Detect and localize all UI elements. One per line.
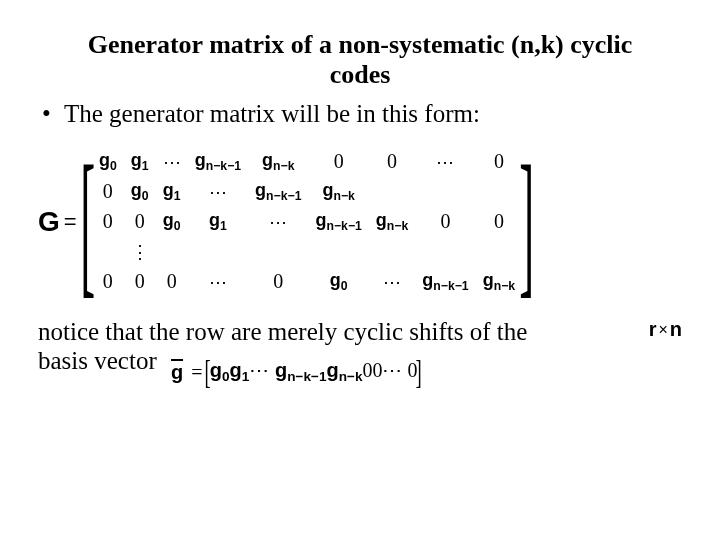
cell: g: [163, 210, 174, 230]
cell: 0: [92, 267, 124, 297]
basis-tail: 00⋯ 0: [362, 359, 417, 381]
sub: 1: [142, 159, 149, 173]
table-row: 0 0 0 ⋯ 0 g0 ⋯ gn−k−1 gn−k: [92, 267, 522, 297]
cell: g: [275, 359, 287, 381]
basis-left-bracket: [: [205, 352, 211, 391]
matrix-g-label: G =: [38, 206, 77, 238]
cell: g: [210, 359, 222, 381]
sub: 0: [174, 219, 181, 233]
r-letter: r: [649, 318, 657, 340]
sub: n−k−1: [326, 219, 361, 233]
cell: g: [255, 180, 266, 200]
title-line-1: Generator matrix of a non-systematic (n,…: [88, 30, 633, 59]
basis-vector: g = [ g0g1⋯ gn−k−1gn−k00⋯ 0 ]: [171, 352, 421, 391]
sub: 0: [110, 159, 117, 173]
dots: ⋯: [188, 267, 248, 297]
basis-equals: =: [191, 361, 202, 384]
n-letter: n: [670, 318, 682, 340]
footnote-line-2: basis vector: [38, 347, 157, 374]
sub: 0: [222, 369, 230, 384]
cell: g: [330, 270, 341, 290]
cell: 0: [92, 207, 124, 237]
cell: 0: [415, 207, 475, 237]
g-letter: G: [38, 206, 60, 238]
cell: g: [99, 150, 110, 170]
cell: g: [326, 359, 338, 381]
slide-title: Generator matrix of a non-systematic (n,…: [38, 30, 682, 90]
title-line-2: codes: [330, 60, 391, 89]
dots: ⋯: [369, 267, 415, 297]
cell: g: [195, 150, 206, 170]
dots: ⋯: [249, 359, 269, 381]
table-row: g0 g1 ⋯ gn−k−1 gn−k 0 0 ⋯ 0: [92, 147, 522, 177]
cell: 0: [476, 147, 522, 177]
g-bar: g: [171, 361, 183, 384]
bullet-text: The generator matrix will be in this for…: [64, 100, 480, 128]
sub: 0: [341, 279, 348, 293]
sub: n−k−1: [433, 279, 468, 293]
matrix-size-label: r×n: [649, 318, 682, 341]
dots: ⋯: [415, 147, 475, 177]
cell: 0: [156, 267, 188, 297]
cell: g: [422, 270, 433, 290]
sub: n−k: [333, 189, 354, 203]
dots: ⋯: [248, 207, 308, 237]
sub: n−k: [387, 219, 408, 233]
matrix-equation: G = [ g0 g1 ⋯ gn−k−1 gn−k 0 0 ⋯ 0 0 g0 g…: [38, 142, 682, 302]
cell: g: [315, 210, 326, 230]
cell: g: [163, 180, 174, 200]
dots: ⋮: [124, 237, 156, 267]
table-row: ⋮: [92, 237, 522, 267]
cell: g: [230, 359, 242, 381]
sub: n−k−1: [206, 159, 241, 173]
equals-sign: =: [64, 209, 77, 235]
cell: 0: [92, 177, 124, 207]
generator-matrix: g0 g1 ⋯ gn−k−1 gn−k 0 0 ⋯ 0 0 g0 g1 ⋯ gn…: [92, 147, 522, 297]
table-row: 0 g0 g1 ⋯ gn−k−1 gn−k: [92, 177, 522, 207]
sub: 1: [220, 219, 227, 233]
bullet-item: • The generator matrix will be in this f…: [42, 100, 682, 128]
basis-sequence: g0g1⋯ gn−k−1gn−k00⋯ 0: [210, 359, 418, 385]
cell: 0: [248, 267, 308, 297]
dots: ⋯: [188, 177, 248, 207]
cell: g: [483, 270, 494, 290]
sub: 1: [174, 189, 181, 203]
basis-right-bracket: ]: [416, 352, 422, 391]
cell: g: [209, 210, 220, 230]
times-icon: ×: [658, 321, 667, 338]
cell: 0: [369, 147, 415, 177]
cell: 0: [308, 147, 368, 177]
dots: ⋯: [156, 147, 188, 177]
cell: g: [322, 180, 333, 200]
sub: n−k−1: [287, 369, 326, 384]
right-bracket: ]: [519, 142, 534, 302]
slide: Generator matrix of a non-systematic (n,…: [0, 0, 720, 540]
sub: n−k−1: [266, 189, 301, 203]
bullet-dot: •: [42, 100, 64, 128]
left-bracket: [: [80, 142, 95, 302]
cell: 0: [476, 207, 522, 237]
footnote: r×n notice that the row are merely cycli…: [38, 318, 682, 392]
sub: n−k: [339, 369, 363, 384]
cell: 0: [124, 267, 156, 297]
cell: g: [131, 150, 142, 170]
sub: n−k: [494, 279, 515, 293]
sub: n−k: [273, 159, 294, 173]
cell: 0: [124, 207, 156, 237]
sub: 0: [142, 189, 149, 203]
footnote-line-1: notice that the row are merely cyclic sh…: [38, 318, 527, 345]
cell: g: [131, 180, 142, 200]
cell: g: [376, 210, 387, 230]
cell: g: [262, 150, 273, 170]
table-row: 0 0 g0 g1 ⋯ gn−k−1 gn−k 0 0: [92, 207, 522, 237]
